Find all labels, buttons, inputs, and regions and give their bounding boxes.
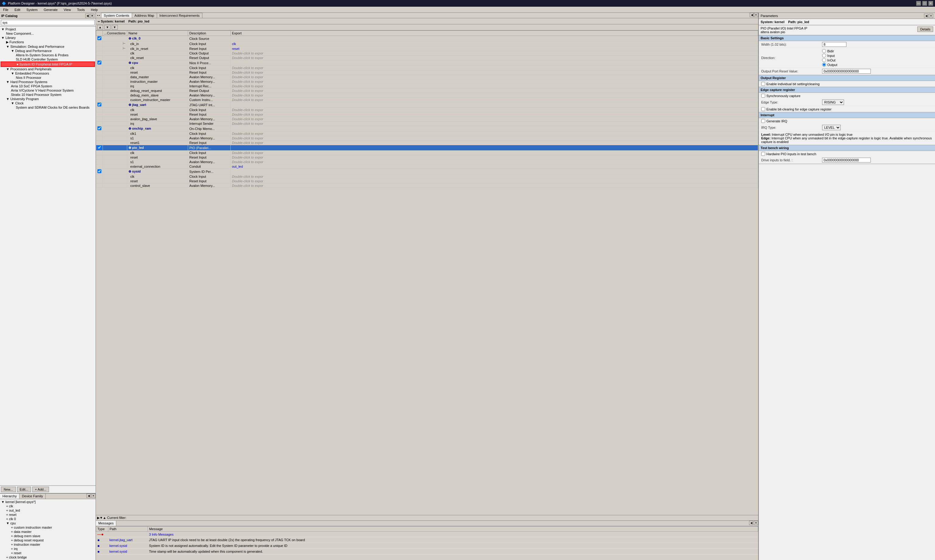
direction-output-radio[interactable]: [822, 63, 826, 67]
tree-item-clk-prog[interactable]: ▼ Clock: [1, 101, 95, 105]
hier-reset[interactable]: + reset: [1, 512, 95, 517]
row-checkbox[interactable]: [96, 36, 103, 42]
row-export[interactable]: Double-click to expor: [231, 141, 758, 145]
tree-item-proc-periph[interactable]: ▼ Processors and Peripherals: [1, 67, 95, 71]
row-export[interactable]: Double-click to expor: [231, 80, 758, 84]
table-row[interactable]: external_connection Conduit out_led: [96, 165, 758, 169]
table-row[interactable]: data_master Avalon Memory... Double-clic…: [96, 75, 758, 80]
menu-item-generate[interactable]: Generate: [42, 8, 59, 12]
hier-kernel[interactable]: ▼ kernel [kernel.qsys*]: [1, 500, 95, 504]
new-component-button[interactable]: New...: [1, 487, 16, 492]
enable-bit-setting-checkbox[interactable]: [761, 82, 765, 86]
minimize-button[interactable]: —: [916, 1, 921, 6]
sync-capture-checkbox[interactable]: [761, 94, 765, 98]
row-export[interactable]: Double-click to expor: [231, 160, 758, 165]
tree-item-project[interactable]: ▼ Project: [1, 27, 95, 31]
row-export[interactable]: Double-click to expor: [231, 112, 758, 117]
sc-down-btn[interactable]: ▼: [105, 25, 111, 29]
tree-item-sim-debug[interactable]: ▼ Simulation: Debug and Performance: [1, 45, 95, 49]
list-item[interactable]: ● kernel.jtag_uart JTAG UART IP input cl…: [96, 537, 758, 543]
table-row[interactable]: clk1 Clock Input Double-click to expor: [96, 131, 758, 136]
table-row[interactable]: reset1 Reset Input Double-click to expor: [96, 141, 758, 145]
tree-item-new-component[interactable]: New Component...: [1, 31, 95, 35]
sc-filter-btn[interactable]: ▼: [112, 25, 118, 29]
table-row[interactable]: reset Reset Input Double-click to expor: [96, 70, 758, 75]
table-row[interactable]: ⊕ sysid System ID Per...: [96, 169, 758, 174]
row-export[interactable]: Double-click to expor: [231, 70, 758, 75]
table-row[interactable]: irq Interrupt Sender Double-click to exp…: [96, 122, 758, 126]
menu-item-edit[interactable]: Edit: [13, 8, 22, 12]
table-row[interactable]: debug_reset_request Reset Output Double-…: [96, 89, 758, 93]
tree-item-university[interactable]: ▼ University Program: [1, 97, 95, 101]
hier-debug-mem[interactable]: + debug mem slave: [1, 534, 95, 538]
messages-pin-button[interactable]: ◀: [749, 521, 753, 525]
output-reset-input[interactable]: [822, 69, 871, 74]
list-item[interactable]: ● kernel.sysid System ID is not assigned…: [96, 543, 758, 549]
table-row[interactable]: reset Reset Input Double-click to expor: [96, 179, 758, 183]
row-export[interactable]: Double-click to expor: [231, 131, 758, 136]
hier-instr-master[interactable]: + instruction master: [1, 542, 95, 547]
tab-system-contents[interactable]: System Contents: [101, 13, 132, 18]
details-button[interactable]: Details: [917, 26, 933, 32]
table-row[interactable]: clk Clock Output Double-click to expor: [96, 51, 758, 56]
parameters-close-button[interactable]: ✕: [929, 14, 933, 18]
table-row[interactable]: ⊕ onchip_ram On-Chip Memo...: [96, 126, 758, 131]
tab-interconnect[interactable]: Interconnect Requirements: [157, 13, 202, 18]
row-export[interactable]: Double-click to expor: [231, 117, 758, 122]
direction-bidir-radio[interactable]: [822, 49, 826, 53]
generate-irq-checkbox[interactable]: [761, 119, 765, 123]
tree-item-altera-insystem[interactable]: Altera In-System Sources & Probes: [1, 53, 95, 57]
messages-close-button[interactable]: ✕: [754, 521, 758, 525]
row-export[interactable]: Double-click to expor: [231, 174, 758, 179]
add-component-button[interactable]: + Add...: [32, 487, 49, 492]
row-checkbox[interactable]: [96, 126, 103, 131]
hier-reset2[interactable]: + reset: [1, 551, 95, 555]
maximize-button[interactable]: □: [922, 1, 927, 6]
hardwire-checkbox[interactable]: [761, 152, 765, 156]
hier-debug-reset[interactable]: + debug reset request: [1, 538, 95, 542]
row-export[interactable]: Double-click to expor: [231, 51, 758, 56]
tree-item-stratix10[interactable]: Stratix 10 Hard Processor System: [1, 92, 95, 97]
ip-catalog-search-input[interactable]: [1, 20, 95, 25]
table-row[interactable]: ⊕ jtag_uart JTAG UART Int...: [96, 102, 758, 108]
row-export[interactable]: Double-click to expor: [231, 155, 758, 160]
row-export[interactable]: Double-click to expor: [231, 151, 758, 155]
hier-clk0[interactable]: + clk 0: [1, 517, 95, 521]
menu-item-tools[interactable]: Tools: [75, 8, 87, 12]
row-checkbox[interactable]: [96, 145, 103, 151]
row-export[interactable]: Double-click to expor: [231, 66, 758, 70]
tree-item-embedded-proc[interactable]: ▼ Embedded Processors: [1, 71, 95, 75]
width-input[interactable]: [822, 42, 846, 47]
row-export[interactable]: Double-click to expor: [231, 122, 758, 126]
row-export[interactable]: Double-click to expor: [231, 98, 758, 102]
table-row[interactable]: ⊕ clk_0 Clock Source: [96, 36, 758, 42]
ip-catalog-pin-button[interactable]: ◀: [85, 14, 89, 18]
tab-address-map[interactable]: Address Map: [132, 13, 157, 18]
row-export[interactable]: Double-click to expor: [231, 93, 758, 98]
row-checkbox[interactable]: [96, 60, 103, 66]
tree-item-functions[interactable]: ▶ Functions: [1, 40, 95, 45]
tab-device-family[interactable]: Device Family: [20, 494, 46, 499]
tree-item-arria10[interactable]: Arria 10 SoC FPGA System: [1, 84, 95, 88]
table-row[interactable]: s1 Avalon Memory... Double-click to expo…: [96, 136, 758, 141]
hier-custom-instr[interactable]: + custom instruction master: [1, 525, 95, 529]
msg-path-link[interactable]: kernel.sysid: [109, 550, 127, 553]
ip-catalog-close-button[interactable]: ✕: [90, 14, 94, 18]
tab-messages[interactable]: Messages: [96, 521, 116, 526]
enable-bit-clearing-checkbox[interactable]: [761, 107, 765, 111]
hierarchy-pin-button[interactable]: ◀: [86, 494, 91, 498]
direction-inout-radio[interactable]: [822, 58, 826, 62]
row-export[interactable]: Double-click to expor: [231, 108, 758, 112]
table-row[interactable]: control_slave Avalon Memory... Double-cl…: [96, 183, 758, 188]
list-item[interactable]: ● kernel.sysid Time stamp will be automa…: [96, 549, 758, 554]
row-checkbox[interactable]: [96, 169, 103, 174]
table-row[interactable]: avalon_jtag_slave Avalon Memory... Doubl…: [96, 117, 758, 122]
direction-input-radio[interactable]: [822, 54, 826, 57]
row-export[interactable]: Double-click to expor: [231, 179, 758, 183]
msg-path-link[interactable]: kernel.jtag_uart: [109, 538, 133, 542]
table-row[interactable]: clk Clock Input Double-click to expor: [96, 174, 758, 179]
tree-item-sld-hub[interactable]: SLD HUB Controller System: [1, 57, 95, 62]
table-row[interactable]: clk Clock Input Double-click to expor: [96, 108, 758, 112]
table-row[interactable]: clk Clock Input Double-click to expor: [96, 151, 758, 155]
menu-item-help[interactable]: Help: [89, 8, 100, 12]
